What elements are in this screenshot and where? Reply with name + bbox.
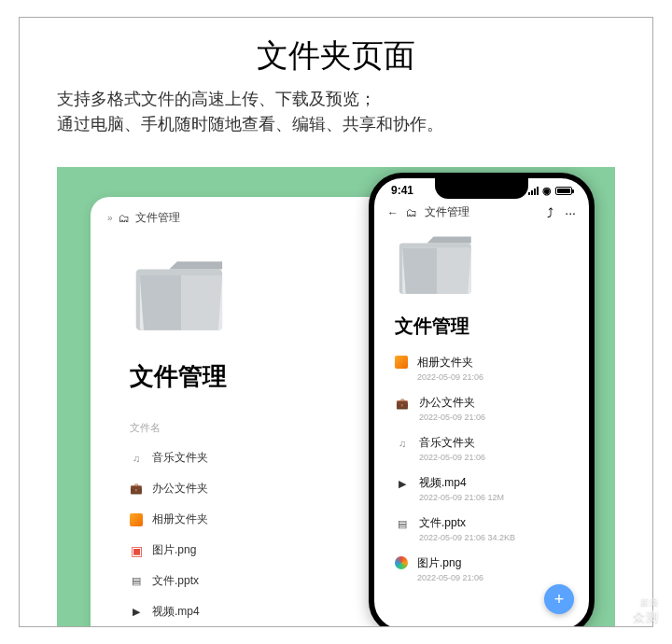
item-label: 图片.png <box>152 542 196 558</box>
music-icon: ♫ <box>130 452 143 465</box>
vid-icon: ▶ <box>130 606 143 619</box>
list-item[interactable]: ♫音乐文件夹2022-05-09 21:06 <box>374 428 589 469</box>
album-icon <box>395 356 408 369</box>
item-meta: 2022-05-09 21:06 <box>417 372 483 382</box>
item-label: 相册文件夹 <box>152 511 208 527</box>
heading: 文件管理 <box>130 360 408 393</box>
folder-illustration-icon <box>130 258 232 336</box>
status-time: 9:41 <box>391 184 413 197</box>
page-title: 文件夹页面 <box>20 35 652 77</box>
list-item[interactable]: 图片.png2022-05-09 21:06 <box>374 549 589 589</box>
briefcase-icon: 💼 <box>130 483 143 496</box>
item-label: 办公文件夹 <box>152 481 208 497</box>
briefcase-icon: 💼 <box>395 396 410 411</box>
list-item[interactable]: 相册文件夹 <box>91 504 408 535</box>
phone-toolbar: ← 🗂 文件管理 ⤴ ··· <box>374 199 589 226</box>
folder-glyph-icon: 🗂 <box>119 212 130 225</box>
list-item[interactable]: ▶视频.mp42022-05-09 21:06 12M <box>374 469 589 509</box>
tablet-mockup: » 🗂 文件管理 文件管理 文件名 ♫音乐文件夹💼办公文件夹相册文件夹▣图片.p… <box>91 197 408 626</box>
list-item[interactable]: ▶视频.mp4 <box>91 596 408 626</box>
folder-illustration-icon <box>395 233 479 299</box>
item-meta: 2022-05-09 21:06 12M <box>419 493 504 502</box>
item-label: 图片.png <box>417 555 483 571</box>
watermark: 新浪 众测 <box>633 596 659 625</box>
item-label: 视频.mp4 <box>152 604 200 620</box>
chevron-icon: » <box>107 213 113 223</box>
list-header: 文件名 <box>130 421 408 435</box>
heading: 文件管理 <box>395 314 589 339</box>
item-meta: 2022-05-09 21:06 <box>419 413 485 422</box>
item-label: 文件.pptx <box>152 573 199 589</box>
pic-icon <box>395 556 408 569</box>
img-icon: ▣ <box>130 544 143 557</box>
more-button[interactable]: ··· <box>565 205 576 220</box>
file-list: ♫音乐文件夹💼办公文件夹相册文件夹▣图片.png▤文件.pptx▶视频.mp4 <box>91 442 408 626</box>
showcase-background: » 🗂 文件管理 文件管理 文件名 ♫音乐文件夹💼办公文件夹相册文件夹▣图片.p… <box>57 167 615 626</box>
list-item[interactable]: ▣图片.png <box>91 535 408 566</box>
signal-icon <box>528 187 539 195</box>
item-label: 文件.pptx <box>419 515 515 531</box>
share-button[interactable]: ⤴ <box>547 205 553 220</box>
item-meta: 2022-05-09 21:06 <box>419 453 485 462</box>
add-button[interactable]: + <box>544 584 574 614</box>
folder-glyph-icon: 🗂 <box>406 206 417 219</box>
item-label: 视频.mp4 <box>419 475 504 491</box>
toolbar-title: 文件管理 <box>425 204 469 220</box>
breadcrumb-label: 文件管理 <box>135 210 180 226</box>
item-label: 办公文件夹 <box>419 395 485 411</box>
list-item[interactable]: ▤文件.pptx2022-05-09 21:06 34.2KB <box>374 509 589 549</box>
file-list: 相册文件夹2022-05-09 21:06💼办公文件夹2022-05-09 21… <box>374 348 589 589</box>
list-item[interactable]: 💼办公文件夹 <box>91 473 408 504</box>
item-label: 音乐文件夹 <box>152 450 208 466</box>
wifi-icon: ◉ <box>542 185 552 197</box>
phone-notch <box>435 178 528 199</box>
music-icon: ♫ <box>395 436 410 451</box>
battery-icon <box>555 187 572 195</box>
doc-icon: ▤ <box>395 516 410 531</box>
doc-icon: ▤ <box>130 575 143 588</box>
item-label: 相册文件夹 <box>417 355 483 371</box>
list-item[interactable]: 💼办公文件夹2022-05-09 21:06 <box>374 388 589 428</box>
item-meta: 2022-05-09 21:06 <box>417 573 483 582</box>
item-meta: 2022-05-09 21:06 34.2KB <box>419 533 515 542</box>
breadcrumb: » 🗂 文件管理 <box>91 197 408 239</box>
album-icon <box>130 513 143 526</box>
page-description: 支持多格式文件的高速上传、下载及预览； 通过电脑、手机随时随地查看、编辑、共享和… <box>20 87 652 148</box>
list-item[interactable]: ▤文件.pptx <box>91 566 408 596</box>
vid-icon: ▶ <box>395 476 410 491</box>
phone-mockup: 9:41 ◉ ← 🗂 文件管理 ⤴ ··· 文件管理 <box>369 173 595 626</box>
list-item[interactable]: ♫音乐文件夹 <box>91 442 408 473</box>
list-item[interactable]: 相册文件夹2022-05-09 21:06 <box>374 348 589 388</box>
item-label: 音乐文件夹 <box>419 435 485 451</box>
back-button[interactable]: ← <box>387 206 399 219</box>
